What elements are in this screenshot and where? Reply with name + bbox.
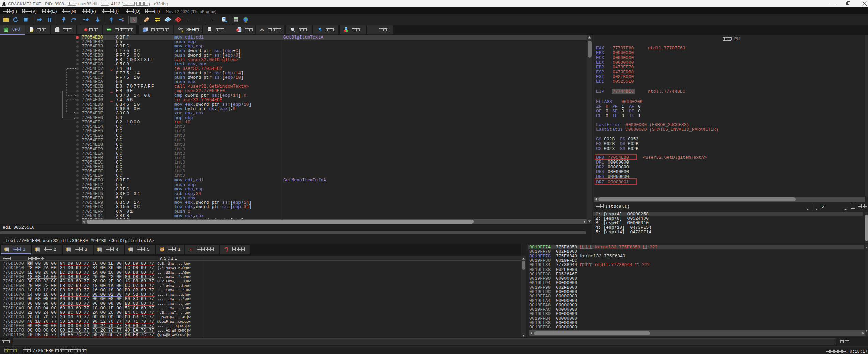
svg-text:<>: <> <box>260 28 264 32</box>
svg-text:A: A <box>210 17 213 22</box>
svg-text:]: ] <box>192 248 193 252</box>
svg-text:32: 32 <box>5 29 7 31</box>
svg-text:z: z <box>213 19 215 22</box>
svg-text:#: # <box>198 17 200 22</box>
svg-text:fx: fx <box>186 17 190 22</box>
svg-text:<>: <> <box>208 29 211 31</box>
svg-text:S: S <box>132 17 135 22</box>
